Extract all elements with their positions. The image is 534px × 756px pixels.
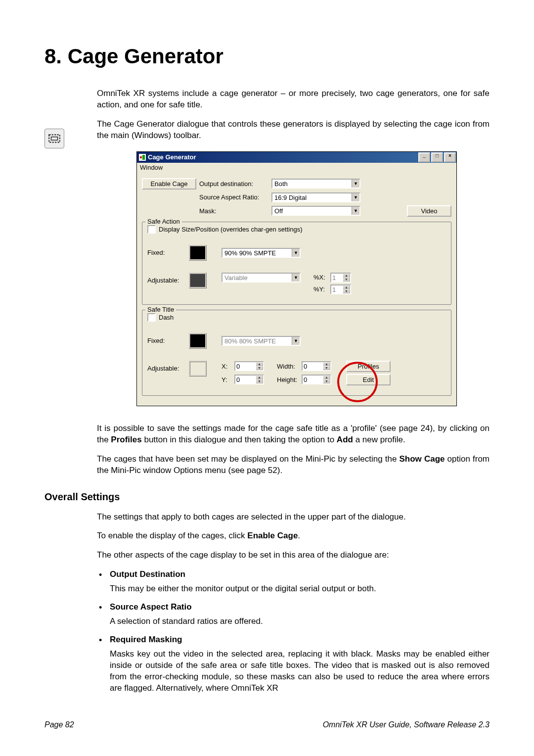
st-x-label: X:	[222, 363, 231, 370]
sa-adjustable-color-swatch[interactable]	[189, 273, 207, 288]
sa-adjustable-value: Variable	[222, 274, 292, 282]
enable-cage-button[interactable]: Enable Cage	[142, 178, 196, 189]
dialog-titlebar[interactable]: Cage Generator _ □ ×	[137, 152, 456, 163]
sa-xy-label: %Y:	[313, 285, 327, 293]
st-fixed-color-swatch[interactable]	[189, 333, 207, 349]
safe-title-group: Safe Title Dash Fixed: 80% 80% SMPTE ▼	[142, 310, 451, 396]
st-fixed-label: Fixed:	[147, 337, 186, 344]
source-aspect-ratio-value: 16:9 Digital	[272, 193, 352, 201]
st-width-label: Width:	[277, 363, 299, 370]
close-icon[interactable]: ×	[444, 152, 456, 162]
safe-title-legend: Safe Title	[145, 306, 176, 313]
output-destination-label: Output destination:	[199, 180, 268, 188]
spinner-up-icon: ▲	[343, 274, 350, 278]
st-height-value: 0	[303, 376, 323, 383]
spinner-up-icon: ▲	[256, 362, 263, 366]
sa-fixed-value: 90% 90% SMPTE	[222, 249, 292, 257]
st-fixed-dropdown[interactable]: 80% 80% SMPTE ▼	[222, 336, 301, 346]
st-height-spinner[interactable]: 0 ▲▼	[302, 375, 331, 384]
sa-fixed-dropdown[interactable]: 90% 90% SMPTE ▼	[222, 248, 301, 258]
sa-fixed-color-swatch[interactable]	[189, 245, 207, 261]
spinner-down-icon: ▼	[343, 278, 350, 282]
chapter-title: 8. Cage Generator	[44, 45, 490, 68]
source-aspect-ratio-dropdown[interactable]: 16:9 Digital ▼	[271, 192, 360, 202]
st-y-spinner[interactable]: 0 ▲▼	[234, 375, 264, 384]
cage-toolbar-icon	[44, 129, 64, 148]
mask-value: Off	[272, 207, 352, 215]
svg-rect-1	[51, 137, 58, 141]
footer-page-number: Page 82	[44, 720, 74, 729]
dialog-title: Cage Generator	[148, 153, 196, 161]
bullet-required-masking: Required Masking Masks key out the video…	[110, 634, 490, 694]
st-x-value: 0	[235, 362, 256, 370]
menu-window[interactable]: Window	[137, 163, 456, 172]
chevron-down-icon: ▼	[292, 249, 300, 257]
chevron-down-icon: ▼	[352, 180, 359, 188]
spinner-up-icon: ▲	[323, 376, 330, 379]
st-y-label: Y:	[222, 376, 231, 383]
safe-action-legend: Safe Action	[145, 218, 182, 225]
st-fixed-value: 80% 80% SMPTE	[222, 337, 292, 345]
spinner-down-icon: ▼	[256, 379, 263, 383]
display-size-position-label: Display Size/Position (overrides char-ge…	[159, 226, 302, 233]
spinner-down-icon: ▼	[323, 379, 330, 383]
bullet-output-destination: Output Destination This may be either th…	[110, 569, 490, 595]
mask-dropdown[interactable]: Off ▼	[271, 206, 360, 216]
video-button[interactable]: Video	[407, 205, 451, 217]
checkbox-icon	[147, 313, 156, 322]
spinner-down-icon: ▼	[323, 366, 330, 370]
display-size-position-checkbox[interactable]: Display Size/Position (overrides char-ge…	[147, 225, 302, 234]
spinner-up-icon: ▲	[323, 362, 330, 366]
overall-p3: The other aspects of the cage display to…	[97, 550, 490, 561]
output-destination-value: Both	[272, 180, 352, 188]
minimize-icon[interactable]: _	[418, 152, 430, 162]
sa-xy-value: 1	[331, 285, 343, 293]
st-adjustable-color-swatch[interactable]	[189, 361, 207, 377]
cage-generator-dialog: Cage Generator _ □ × Window Enable Cage …	[136, 151, 457, 406]
source-aspect-ratio-label: Source Aspect Ratio:	[199, 193, 268, 201]
chevron-down-icon: ▼	[292, 274, 300, 282]
overall-p2: To enable the display of the cages, clic…	[97, 530, 490, 542]
st-x-spinner[interactable]: 0 ▲▼	[234, 361, 264, 371]
checkbox-icon	[147, 225, 156, 234]
dash-label: Dash	[159, 314, 174, 321]
sa-xy-spinner[interactable]: 1 ▲▼	[330, 284, 351, 294]
st-width-value: 0	[303, 362, 323, 370]
footer-doc-title: OmniTek XR User Guide, Software Release …	[323, 720, 490, 729]
st-height-label: Height:	[277, 376, 299, 383]
sa-adjustable-dropdown[interactable]: Variable ▼	[222, 273, 301, 283]
restore-icon[interactable]: □	[431, 152, 443, 162]
st-adjustable-label: Adjustable:	[147, 361, 186, 372]
chevron-down-icon: ▼	[292, 337, 300, 345]
mask-label: Mask:	[199, 207, 268, 215]
svg-rect-0	[49, 135, 60, 142]
intro-paragraph-2: The Cage Generator dialogue that control…	[97, 119, 490, 142]
sa-xx-label: %X:	[313, 274, 327, 281]
sa-xx-value: 1	[331, 274, 343, 282]
overall-settings-heading: Overall Settings	[44, 491, 490, 503]
st-y-value: 0	[235, 376, 256, 383]
spinner-down-icon: ▼	[343, 289, 350, 293]
st-width-spinner[interactable]: 0 ▲▼	[302, 361, 331, 371]
spinner-up-icon: ▲	[256, 376, 263, 379]
output-destination-dropdown[interactable]: Both ▼	[271, 179, 360, 189]
bullet-source-aspect-ratio: Source Aspect Ratio A selection of stand…	[110, 602, 490, 627]
spinner-down-icon: ▼	[256, 366, 263, 370]
spinner-up-icon: ▲	[343, 285, 350, 289]
sa-adjustable-label: Adjustable:	[147, 273, 186, 284]
annotation-circle-icon	[337, 362, 378, 402]
after-p1: It is possible to save the settings made…	[97, 423, 490, 446]
sa-xx-spinner[interactable]: 1 ▲▼	[330, 273, 351, 283]
after-p2: The cages that have been set may be disp…	[97, 454, 490, 476]
chevron-down-icon: ▼	[352, 207, 359, 215]
safe-action-group: Safe Action Display Size/Position (overr…	[142, 222, 451, 305]
sa-fixed-label: Fixed:	[147, 249, 186, 256]
intro-paragraph-1: OmniTek XR systems include a cage genera…	[97, 88, 490, 111]
chevron-down-icon: ▼	[352, 193, 359, 201]
dash-checkbox[interactable]: Dash	[147, 313, 174, 322]
dialog-app-icon	[139, 154, 146, 161]
overall-p1: The settings that apply to both cages ar…	[97, 512, 490, 523]
